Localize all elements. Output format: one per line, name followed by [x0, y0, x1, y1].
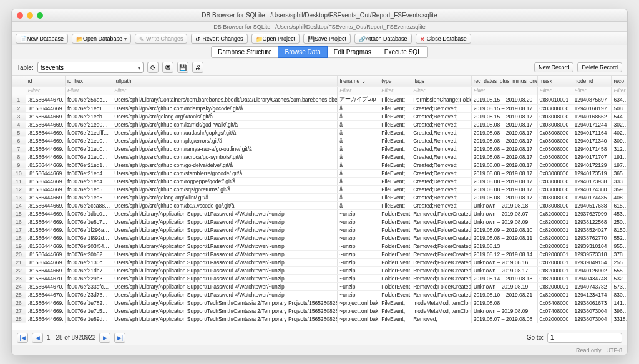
cell-id[interactable]: .81586444670.: [26, 95, 65, 104]
col-type[interactable]: type: [379, 76, 411, 86]
filter-type[interactable]: Filter: [379, 86, 411, 95]
cell-id[interactable]: .81586444669.: [26, 153, 65, 161]
cell-type[interactable]: FileEvent;: [379, 185, 411, 193]
cell-id-hex[interactable]: fc0076ef21db7…: [65, 266, 112, 274]
minimize-icon[interactable]: [27, 12, 33, 19]
cell-id[interactable]: .81586444669.: [26, 242, 65, 250]
cell-id[interactable]: .81586444669.: [26, 307, 65, 315]
goto-input[interactable]: [547, 333, 622, 343]
cell-id[interactable]: .81586444669.: [26, 218, 65, 226]
cell-filename[interactable]: ~unzip: [338, 274, 379, 282]
filter-flags[interactable]: Filter: [411, 86, 472, 95]
cell-fullpath[interactable]: Users/sphil/Library/Application Support/…: [112, 250, 338, 258]
col-node-id[interactable]: node_id: [572, 76, 612, 86]
cell-mask[interactable]: 0x02000000: [537, 315, 572, 323]
cell-type[interactable]: FileEvent;: [379, 177, 411, 185]
table-row[interactable]: 16.81586444669.fc0076ef1e8c7…Users/sphil…: [12, 218, 627, 226]
refresh-button[interactable]: ⟳: [147, 62, 159, 73]
cell-flags[interactable]: Removed;FolderCreated;: [411, 282, 472, 290]
cell-reco[interactable]: 191…: [612, 153, 627, 161]
cell-mask[interactable]: 0x07408000: [537, 307, 572, 315]
cell-flags[interactable]: Removed;FolderCreated;: [411, 242, 472, 250]
cell-id-hex[interactable]: fc0076ef21ed4…: [65, 169, 112, 177]
cell-node[interactable]: 12938061673: [572, 299, 612, 307]
cell-type[interactable]: FileEvent;: [379, 120, 411, 128]
cell-fullpath[interactable]: Users/sphil/go/src/github.com/karrick/go…: [112, 120, 338, 128]
table-row[interactable]: 20.81586444669.fc0076ef20b82…Users/sphil…: [12, 250, 627, 258]
filter-node[interactable]: Filter: [572, 86, 612, 95]
table-select[interactable]: fsevents: [37, 62, 144, 73]
table-row[interactable]: 25.81586444670.fc0076ef23d76…Users/sphil…: [12, 290, 627, 299]
cell-dates[interactable]: 2019.08.12 – 2019.08.14: [471, 250, 537, 258]
cell-dates[interactable]: Unknown – 2019.08.19: [471, 282, 537, 290]
cell-node[interactable]: 12938073004: [572, 315, 612, 323]
cell-filename[interactable]: ~project.xml.bak: [338, 299, 379, 307]
cell-fullpath[interactable]: Users/sphil/go/src/github.com/stamblerre…: [112, 169, 338, 177]
cell-reco[interactable]: 359…: [612, 185, 627, 193]
cell-type[interactable]: FileEvent;: [379, 112, 411, 120]
cell-dates[interactable]: 2019.08.14 – 2019.08.18: [471, 274, 537, 282]
cell-reco[interactable]: 333…: [612, 177, 627, 185]
cell-filename[interactable]: å: [338, 120, 379, 128]
filter-dates[interactable]: Filter: [471, 86, 537, 95]
cell-node[interactable]: 12938524027: [572, 226, 612, 234]
cell-dates[interactable]: 2019.08.15 – 2019.08.20: [471, 95, 537, 104]
cell-id[interactable]: .81586444670.: [26, 274, 65, 282]
cell-node[interactable]: 12940517688: [572, 201, 612, 209]
cell-mask[interactable]: 0x03008000: [537, 153, 572, 161]
cell-type[interactable]: FileEvent;: [379, 161, 411, 169]
cell-reco[interactable]: 555…: [612, 266, 627, 274]
cell-id-hex[interactable]: fc0076ef1e89d…: [65, 315, 112, 323]
cell-fullpath[interactable]: Users/sphil/Library/Application Support/…: [112, 282, 338, 290]
cell-mask[interactable]: 0x03008000: [537, 145, 572, 153]
cell-fullpath[interactable]: Users/sphil/Library/Application Support/…: [112, 209, 338, 218]
cell-node[interactable]: 12940171340: [572, 136, 612, 145]
cell-id-hex[interactable]: fc0076ef21ed4…: [65, 177, 112, 185]
cell-id-hex[interactable]: fc0076ef21ecb…: [65, 112, 112, 120]
table-row[interactable]: 23.81586444670.fc0076ef229b3…Users/sphil…: [12, 274, 627, 282]
cell-id-hex[interactable]: fc0076ef21ed0…: [65, 136, 112, 145]
cell-id[interactable]: .81586444669.: [26, 226, 65, 234]
cell-node[interactable]: 12938122568: [572, 218, 612, 226]
cell-id[interactable]: .81586444669.: [26, 104, 65, 112]
table-row[interactable]: 17.81586444669.fc0076ef1f296a…Users/sphi…: [12, 226, 627, 234]
cell-filename[interactable]: å: [338, 185, 379, 193]
filter-fullpath[interactable]: Filter: [112, 86, 338, 95]
col-id[interactable]: id: [26, 76, 65, 86]
cell-type[interactable]: FolderEvent;: [379, 274, 411, 282]
cell-id[interactable]: .81586444669.: [26, 258, 65, 266]
cell-node[interactable]: 12937627999: [572, 209, 612, 218]
cell-dates[interactable]: 2019.08.08 – 2019.08.17: [471, 120, 537, 128]
cell-node[interactable]: 12940171707: [572, 153, 612, 161]
cell-reco[interactable]: 309…: [612, 136, 627, 145]
cell-dates[interactable]: 2019.08.10 – 2019.08.21: [471, 290, 537, 299]
table-row[interactable]: 4.81586444669.fc0076ef21ed0…Users/sphil/…: [12, 120, 627, 128]
first-page-button[interactable]: |◀: [17, 333, 28, 343]
cell-type[interactable]: FolderEvent;: [379, 226, 411, 234]
cell-mask[interactable]: 0x03008000: [537, 193, 572, 201]
delete-record-button[interactable]: Delete Record: [577, 62, 622, 72]
cell-id-hex[interactable]: fc0076ef256ec…: [65, 95, 112, 104]
cell-filename[interactable]: ~unzip: [338, 209, 379, 218]
cell-fullpath[interactable]: Users/sphil/Library/Application Support/…: [112, 290, 338, 299]
cell-flags[interactable]: Created;Removed;: [411, 112, 472, 120]
col-mask[interactable]: mask: [537, 76, 572, 86]
cell-filename[interactable]: å: [338, 112, 379, 120]
cell-dates[interactable]: Unknown – 2019.08.09: [471, 218, 537, 226]
cell-fullpath[interactable]: Users/sphil/Library/Application Support/…: [112, 266, 338, 274]
cell-filename[interactable]: ~unzip: [338, 258, 379, 266]
cell-reco[interactable]: 378…: [612, 250, 627, 258]
cell-type[interactable]: FileEvent;: [379, 145, 411, 153]
cell-filename[interactable]: å: [338, 161, 379, 169]
cell-mask[interactable]: 0x03008000: [537, 161, 572, 169]
cell-id[interactable]: .81586444669.: [26, 169, 65, 177]
cell-mask[interactable]: 0x82000001: [537, 274, 572, 282]
data-grid[interactable]: id id_hex fullpath filename ⌄ type flags…: [12, 75, 627, 330]
cell-mask[interactable]: 0x03008000: [537, 128, 572, 136]
cell-flags[interactable]: Removed;: [411, 315, 472, 323]
cell-fullpath[interactable]: Users/sphil/go/src/golang.org/x/lint/.gi…: [112, 193, 338, 201]
table-row[interactable]: 22.81586444669.fc0076ef21db7…Users/sphil…: [12, 266, 627, 274]
cell-flags[interactable]: InodeMetaMod;ItemClone…: [411, 299, 472, 307]
cell-node[interactable]: 12940168197: [572, 104, 612, 112]
cell-dates[interactable]: 2019.08.08 – 2019.08.17: [471, 177, 537, 185]
